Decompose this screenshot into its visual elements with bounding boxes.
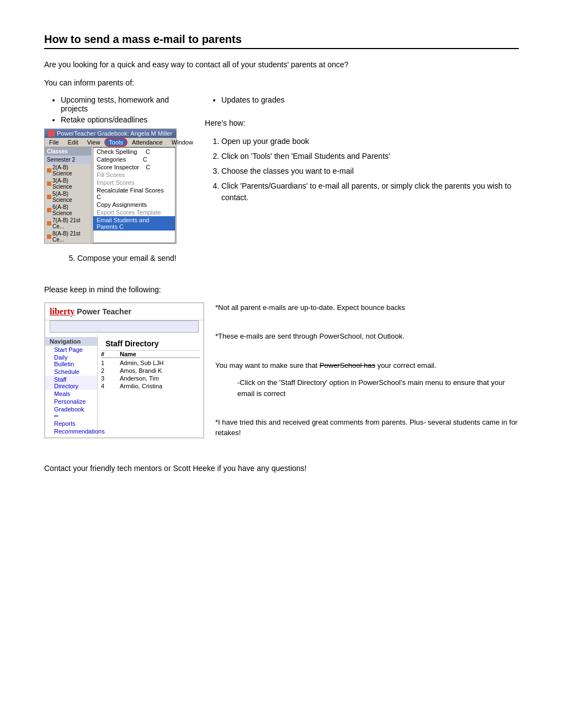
ps-nav-gradebook: Gradebook ✏ <box>45 405 97 420</box>
dd-categories: Categories C <box>93 156 175 163</box>
row-1-name: Admin, Sub LJH <box>120 360 200 366</box>
dd-copy-assignments: Copy Assignments <box>93 201 175 208</box>
ps-nav-start-page: Start Page <box>45 346 97 354</box>
table-row: 4 Armilio, Cristina <box>101 382 200 390</box>
keep-in-mind-label: Please keep in mind the following: <box>44 284 519 296</box>
heres-how-label: Here's how: <box>205 117 519 129</box>
pt-class-4: 6(A-B) Science <box>45 204 91 217</box>
bullet-item-3: Updates to grades <box>221 95 519 104</box>
intro-text: Are you looking for a quick and easy way… <box>44 59 519 71</box>
ps-nav-staff-directory: Staff Directory <box>45 376 97 390</box>
ps-nav-meals: Meals <box>45 390 97 398</box>
row-4-name: Armilio, Cristina <box>120 383 200 389</box>
step-1: Open up your grade book <box>221 136 519 147</box>
pt-semester: Semester 2 <box>45 156 91 164</box>
ps-main-content: Staff Directory # Name 1 Admin, Sub LJH … <box>98 335 203 437</box>
row-4-num: 4 <box>101 383 118 389</box>
pt-class-3: 5(A-B) Science <box>45 190 91 204</box>
step-5: Compose your email & send! <box>77 253 519 264</box>
col-num: # <box>101 351 118 357</box>
note2: *These e-mails are sent through PowerSch… <box>215 331 519 342</box>
ps-search-bar <box>50 320 199 333</box>
pt-menu-file: File <box>45 138 63 147</box>
table-row: 2 Amos, Brandi K <box>101 367 200 374</box>
pt-class-1: 2(A-B) Science <box>45 164 91 177</box>
table-row: 3 Anderson, Tim <box>101 374 200 382</box>
powerschool-screenshot: liberty Power Teacher Navigation Start P… <box>44 302 204 438</box>
note4: -Click on the 'Staff Directory' option i… <box>237 377 519 399</box>
class-icon <box>47 168 51 173</box>
gradebook-icon: ✏ <box>54 413 59 419</box>
ps-nav-personalize: Personalize <box>45 398 97 405</box>
pt-menu-attendance: Attendance <box>128 138 167 147</box>
step-2: Click on 'Tools' then 'Email Students an… <box>221 151 519 162</box>
row-2-name: Amos, Brandi K <box>120 367 200 374</box>
inform-label: You can inform parents of: <box>44 77 519 89</box>
left-column: Upcoming tests, homework and projects Re… <box>44 95 188 244</box>
class-icon <box>47 208 51 212</box>
bullet-item-1: Upcoming tests, homework and projects <box>61 95 188 113</box>
table-row: 1 Admin, Sub LJH <box>101 359 200 367</box>
row-3-num: 3 <box>101 375 118 382</box>
pt-menu-view: View <box>83 138 105 147</box>
notes-column: *Not all parent e-mails are up-to-date. … <box>215 302 519 445</box>
page-title: How to send a mass e-mail to parents <box>44 33 519 49</box>
class-icon <box>47 221 51 226</box>
ps-nav-sidebar: Navigation Start Page Daily Bulletin Sch… <box>45 335 98 437</box>
class-icon <box>47 195 51 199</box>
liberty-logo: liberty <box>50 307 75 317</box>
row-2-num: 2 <box>101 367 118 374</box>
pt-menu-tools: Tools <box>104 138 128 147</box>
pt-class-2: 3(A-B) Science <box>45 177 91 190</box>
ps-nav-reports: Reports <box>45 420 97 427</box>
staff-directory-title: Staff Directory <box>101 337 200 351</box>
ps-table-header: # Name <box>101 351 200 358</box>
dd-fill-scores: Fill Scores <box>93 171 175 179</box>
row-3-name: Anderson, Tim <box>120 375 200 382</box>
dd-import-scores: Import Scores <box>93 179 175 186</box>
pt-tools-dropdown: Check Spelling C Categories C Score Insp… <box>93 147 176 243</box>
pt-app-icon <box>48 130 55 137</box>
dd-recalculate: Recalculate Final Scores C <box>93 186 175 201</box>
dd-score-inspector: Score Inspector C <box>93 163 175 171</box>
class-icon <box>47 234 51 239</box>
dd-export-template: Export Scores Template <box>93 208 175 216</box>
dd-check-spelling: Check Spelling C <box>93 148 175 156</box>
note1: *Not all parent e-mails are up-to-date. … <box>215 302 519 313</box>
ps-nav-daily-bulletin: Daily Bulletin <box>45 354 97 368</box>
row-1-num: 1 <box>101 360 118 366</box>
ps-nav-schedule: Schedule <box>45 368 97 376</box>
powerteacher-screenshot: PowerTeacher Gradebook: Angela M Miller … <box>44 129 177 244</box>
power-teacher-label: Power Teacher <box>77 307 131 316</box>
strikethrough-text: PowerSchool has <box>320 361 375 370</box>
note5: *I have tried this and received great co… <box>215 417 519 438</box>
col-name: Name <box>120 351 200 357</box>
pt-class-6: 8(A-B) 21st Ce... <box>45 230 91 243</box>
pt-titlebar-text: PowerTeacher Gradebook: Angela M Miller <box>57 130 172 137</box>
ps-nav-recommendations: Recommendations <box>45 427 97 435</box>
closing-text: Contact your friendly tech mentors or Sc… <box>44 463 519 474</box>
step-4: Click 'Parents/Guardians' to e-mail all … <box>221 180 519 204</box>
pt-menu-edit: Edit <box>63 138 83 147</box>
pt-classes-header: Classes <box>45 147 91 156</box>
right-column: Updates to grades Here's how: Open up yo… <box>205 95 519 208</box>
class-icon <box>47 181 51 186</box>
dd-email-students: Email Students and Parents C <box>93 216 175 231</box>
note3: You may want to make sure that PowerScho… <box>215 360 519 371</box>
step-3: Choose the classes you want to e-mail <box>221 165 519 177</box>
pt-menu-window: Window <box>167 138 198 147</box>
pt-class-5: 7(A-B) 21st Ce... <box>45 217 91 230</box>
ps-nav-title: Navigation <box>45 337 97 346</box>
bullet-item-2: Retake options/deadlines <box>61 115 188 124</box>
